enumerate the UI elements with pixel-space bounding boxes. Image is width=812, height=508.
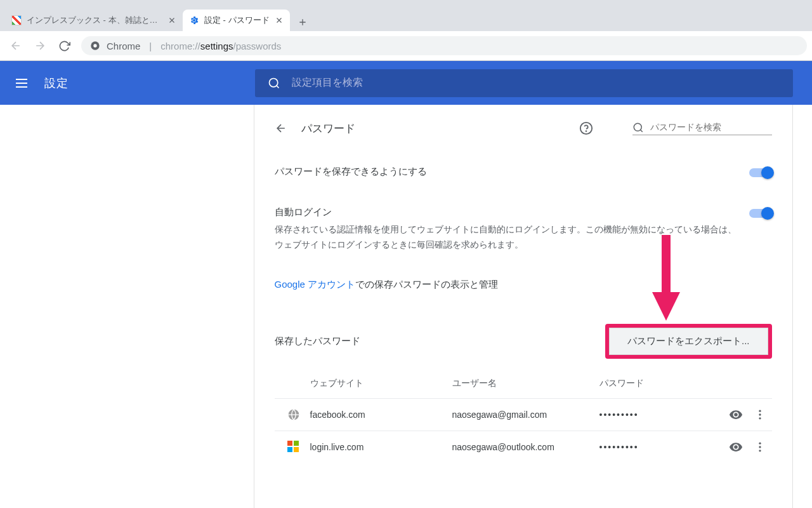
settings-card: パスワード パスワードを検索 パスワードを保存できるようにする 自動ログイン 保… [254, 105, 793, 508]
svg-point-12 [759, 446, 761, 448]
svg-point-5 [586, 131, 586, 131]
back-button[interactable] [5, 35, 27, 57]
search-icon [268, 77, 280, 90]
export-passwords-button[interactable]: パスワードをエクスポート... [609, 328, 768, 355]
microsoft-icon [287, 441, 300, 453]
settings-search-placeholder: 設定項目を検索 [292, 76, 363, 90]
password-row: facebook.com naosegawa@gmail.com •••••••… [275, 398, 772, 431]
saved-passwords-title: 保存したパスワード [275, 335, 605, 347]
svg-point-8 [759, 410, 761, 411]
close-icon[interactable] [275, 16, 284, 25]
browser-tab-active[interactable]: 設定 - パスワード [183, 10, 290, 31]
reveal-password-button[interactable] [724, 408, 748, 422]
tab-title: インプレスブックス - 本、雑誌と関連W [27, 15, 162, 26]
favicon-impress [11, 15, 22, 25]
svg-point-2 [93, 44, 96, 47]
row-user: naosegawa@gmail.com [452, 410, 599, 420]
svg-point-0 [193, 19, 195, 22]
settings-header: 設定 設定項目を検索 [0, 61, 812, 105]
settings-search[interactable]: 設定項目を検索 [255, 69, 793, 97]
password-search-placeholder: パスワードを検索 [650, 122, 721, 133]
content-area: パスワード パスワードを検索 パスワードを保存できるようにする 自動ログイン 保… [0, 105, 812, 508]
globe-icon [287, 408, 300, 421]
row-more-button[interactable] [748, 441, 772, 453]
reload-button[interactable] [53, 35, 75, 57]
browser-tab-strip: インプレスブックス - 本、雑誌と関連W 設定 - パスワード [0, 0, 812, 31]
svg-point-6 [634, 123, 641, 131]
row-site[interactable]: login.live.com [310, 442, 452, 452]
toggle-autosignin[interactable] [749, 209, 772, 218]
settings-title: 設定 [44, 76, 69, 91]
svg-point-9 [759, 413, 761, 415]
reveal-password-button[interactable] [724, 440, 748, 454]
toggle-offer-save[interactable] [749, 168, 772, 177]
annotation-highlight: パスワードをエクスポート... [605, 324, 772, 359]
new-tab-button[interactable] [294, 13, 311, 31]
row-password-masked: ••••••••• [599, 410, 724, 420]
password-search[interactable]: パスワードを検索 [632, 122, 772, 135]
row-user: naosegawa@outlook.com [452, 442, 599, 452]
svg-point-10 [759, 417, 761, 419]
setting-label: 自動ログイン [275, 206, 737, 218]
browser-toolbar: Chrome | chrome://settings/passwords [0, 31, 812, 61]
setting-label: パスワードを保存できるようにする [275, 166, 737, 178]
row-password-masked: ••••••••• [599, 442, 724, 452]
row-more-button[interactable] [748, 408, 772, 421]
setting-description: 保存されている認証情報を使用してウェブサイトに自動的にログインします。この機能が… [275, 222, 737, 253]
row-site[interactable]: facebook.com [310, 410, 452, 420]
column-site: ウェブサイト [310, 378, 452, 389]
svg-point-11 [759, 442, 761, 444]
column-user: ユーザー名 [452, 378, 599, 389]
settings-sidebar [0, 105, 234, 508]
password-row: login.live.com naosegawa@outlook.com •••… [275, 431, 772, 463]
page-title: パスワード [301, 121, 565, 136]
passwords-table-head: ウェブサイト ユーザー名 パスワード [275, 369, 772, 398]
chrome-info-icon [90, 41, 100, 51]
page-head: パスワード パスワードを検索 [275, 105, 772, 152]
forward-button[interactable] [29, 35, 51, 57]
svg-point-3 [270, 78, 278, 86]
setting-autosignin: 自動ログイン 保存されている認証情報を使用してウェブサイトに自動的にログインしま… [275, 192, 772, 267]
google-account-link[interactable]: Google アカウント [275, 279, 356, 290]
favicon-chrome-settings [189, 15, 199, 25]
back-arrow-icon[interactable] [275, 122, 287, 135]
menu-icon[interactable] [14, 76, 29, 91]
browser-tab[interactable]: インプレスブックス - 本、雑誌と関連W [5, 10, 183, 31]
help-icon[interactable] [579, 121, 593, 135]
column-password: パスワード [599, 378, 772, 389]
close-icon[interactable] [167, 16, 176, 25]
tab-title: 設定 - パスワード [204, 15, 270, 26]
setting-offer-save: パスワードを保存できるようにする [275, 152, 772, 192]
saved-passwords-head: 保存したパスワード パスワードをエクスポート... [275, 302, 772, 369]
google-account-link-row: Google アカウントでの保存パスワードの表示と管理 [275, 267, 772, 302]
svg-point-13 [759, 450, 761, 451]
address-bar[interactable]: Chrome | chrome://settings/passwords [81, 36, 807, 55]
omnibox-branding: Chrome [107, 41, 140, 51]
search-icon [632, 122, 644, 133]
